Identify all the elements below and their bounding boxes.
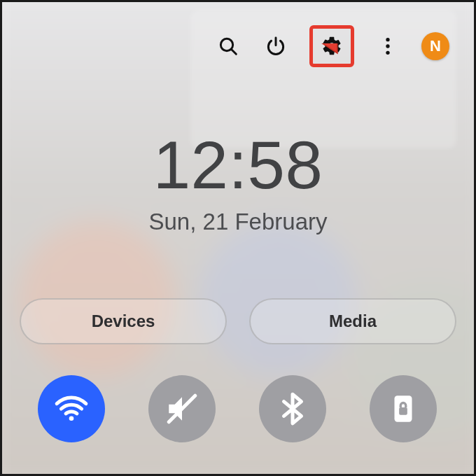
screenshot-border	[0, 0, 476, 476]
